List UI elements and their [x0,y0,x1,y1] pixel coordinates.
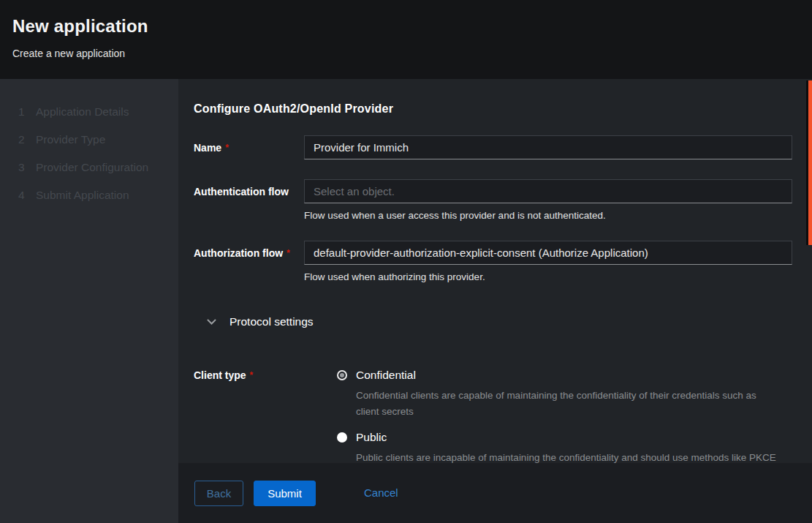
authentication-flow-help: Flow used when a user access this provid… [304,210,792,221]
step-provider-type[interactable]: 2 Provider Type [0,126,178,154]
radio-confidential[interactable]: Confidential [337,369,792,382]
wizard-footer: Back Submit Cancel [178,463,812,523]
step-provider-configuration[interactable]: 3 Provider Configuration [0,154,178,181]
protocol-settings-toggle[interactable]: Protocol settings [207,315,792,328]
back-button[interactable]: Back [194,481,243,506]
radio-public[interactable]: Public [337,431,792,444]
cancel-link[interactable]: Cancel [364,481,398,499]
form-heading: Configure OAuth2/OpenId Provider [194,102,792,116]
name-label: Name* [194,135,304,159]
authorization-flow-select[interactable] [304,241,792,265]
required-asterisk: * [250,370,254,380]
radio-confidential-description: Confidential clients are capable of main… [356,388,778,420]
step-label: Submit Application [36,189,129,202]
client-type-radio-group: Confidential Confidential clients are ca… [337,369,792,463]
wizard-steps-nav: 1 Application Details 2 Provider Type 3 … [0,79,178,523]
submit-button[interactable]: Submit [254,481,316,506]
chevron-down-icon [207,319,216,326]
client-type-row: Client type* Confidential Confidential c… [194,369,792,463]
page-title: New application [12,16,794,37]
radio-public-description: Public clients are incapable of maintain… [356,450,778,463]
wizard-header: New application Create a new application [0,0,812,79]
authorization-flow-help: Flow used when authorizing this provider… [304,271,792,282]
step-label: Provider Configuration [36,161,148,174]
required-asterisk: * [287,248,290,258]
step-number: 4 [18,189,36,202]
step-number: 1 [18,105,36,118]
step-submit-application[interactable]: 4 Submit Application [0,181,178,209]
radio-unselected-icon [337,432,347,443]
authentication-flow-label: Authentication flow [194,179,304,221]
name-field-row: Name* [194,135,792,159]
client-type-label: Client type* [194,369,304,463]
required-asterisk: * [225,143,229,153]
step-label: Application Details [36,105,129,118]
name-input[interactable] [304,135,792,159]
step-label: Provider Type [36,133,105,146]
radio-confidential-label: Confidential [356,369,416,382]
scrollbar-thumb[interactable] [808,80,812,245]
new-application-wizard: New application Create a new application… [0,0,812,523]
authentication-flow-select[interactable] [304,179,792,203]
page-subtitle: Create a new application [12,48,794,59]
radio-selected-icon [337,370,347,380]
step-application-details[interactable]: 1 Application Details [0,98,178,126]
provider-form: Configure OAuth2/OpenId Provider Name* A… [178,79,812,463]
authentication-flow-row: Authentication flow Flow used when a use… [194,179,792,221]
authorization-flow-label: Authorization flow* [194,241,304,282]
step-number: 3 [18,161,36,174]
radio-public-label: Public [356,431,387,444]
step-number: 2 [18,133,36,146]
protocol-settings-title: Protocol settings [229,315,314,328]
authorization-flow-row: Authorization flow* Flow used when autho… [194,241,792,282]
